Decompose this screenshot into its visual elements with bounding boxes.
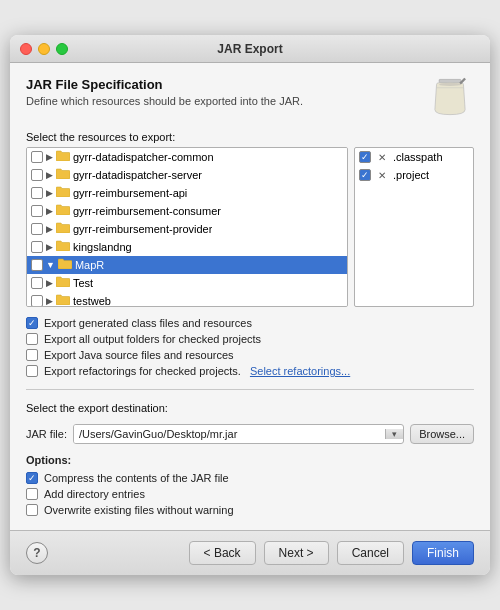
window-title: JAR Export [217, 42, 282, 56]
export-source-files-label: Export Java source files and resources [44, 349, 234, 361]
svg-point-1 [439, 83, 461, 86]
dropdown-arrow-button[interactable]: ▾ [385, 429, 403, 439]
list-item[interactable]: ▶ kingslandng [27, 238, 347, 256]
item-checkbox[interactable] [31, 169, 43, 181]
overwrite-checkbox[interactable] [26, 504, 38, 516]
item-checkbox[interactable] [31, 187, 43, 199]
maximize-button[interactable] [56, 43, 68, 55]
option-row: Overwrite existing files without warning [26, 504, 474, 516]
traffic-lights [20, 43, 68, 55]
item-checkbox[interactable] [31, 151, 43, 163]
compress-checkbox[interactable] [26, 472, 38, 484]
bottom-options: Options: Compress the contents of the JA… [26, 454, 474, 516]
item-checkbox[interactable] [31, 241, 43, 253]
list-item[interactable]: ▶ Test [27, 274, 347, 292]
item-label: gyrr-datadispatcher-server [73, 169, 202, 181]
cancel-button[interactable]: Cancel [337, 541, 404, 565]
folder-icon [56, 204, 70, 218]
folder-icon [56, 240, 70, 254]
jar-file-input[interactable] [74, 425, 385, 443]
item-checkbox[interactable] [31, 277, 43, 289]
main-content: JAR File Specification Define which reso… [10, 63, 490, 530]
list-item[interactable]: ▶ gyrr-datadispatcher-server [27, 166, 347, 184]
separator [26, 389, 474, 390]
file-label: .project [393, 169, 429, 181]
file-checkbox[interactable] [359, 169, 371, 181]
files-panel[interactable]: ✕ .classpath ✕ .project [354, 147, 474, 307]
export-refactorings-label: Export refactorings for checked projects… [44, 365, 244, 377]
resources-panel: ▶ gyrr-datadispatcher-common ▶ gyrr-data… [26, 147, 474, 307]
browse-button[interactable]: Browse... [410, 424, 474, 444]
file-checkbox[interactable] [359, 151, 371, 163]
folder-icon [56, 294, 70, 307]
x-icon: ✕ [375, 168, 389, 182]
list-item[interactable]: ▼ MapR [27, 256, 347, 274]
compress-label: Compress the contents of the JAR file [44, 472, 229, 484]
export-output-folders-label: Export all output folders for checked pr… [44, 333, 261, 345]
minimize-button[interactable] [38, 43, 50, 55]
next-button[interactable]: Next > [264, 541, 329, 565]
item-label: testweb [73, 295, 111, 307]
nav-buttons: < Back Next > Cancel Finish [189, 541, 474, 565]
jar-export-dialog: JAR Export JAR File Specification Define… [10, 35, 490, 575]
jar-file-label: JAR file: [26, 428, 67, 440]
item-checkbox[interactable] [31, 205, 43, 217]
item-checkbox[interactable] [31, 223, 43, 235]
destination-section: Select the export destination: JAR file:… [26, 402, 474, 444]
list-item[interactable]: ✕ .classpath [355, 148, 473, 166]
folder-icon [58, 258, 72, 272]
item-label: Test [73, 277, 93, 289]
destination-label: Select the export destination: [26, 402, 474, 414]
list-item[interactable]: ▶ testweb [27, 292, 347, 307]
item-label: MapR [75, 259, 104, 271]
x-icon: ✕ [375, 150, 389, 164]
option-row: Compress the contents of the JAR file [26, 472, 474, 484]
item-checkbox[interactable] [31, 259, 43, 271]
export-output-folders-checkbox[interactable] [26, 333, 38, 345]
list-item[interactable]: ▶ gyrr-reimbursement-provider [27, 220, 347, 238]
export-class-files-checkbox[interactable] [26, 317, 38, 329]
export-refactorings-checkbox[interactable] [26, 365, 38, 377]
list-item[interactable]: ▶ gyrr-reimbursement-consumer [27, 202, 347, 220]
jar-file-row: JAR file: ▾ Browse... [26, 424, 474, 444]
add-dir-checkbox[interactable] [26, 488, 38, 500]
titlebar: JAR Export [10, 35, 490, 63]
item-label: gyrr-datadispatcher-common [73, 151, 214, 163]
option-row: Export refactorings for checked projects… [26, 365, 474, 377]
option-row: Export Java source files and resources [26, 349, 474, 361]
item-checkbox[interactable] [31, 295, 43, 307]
svg-rect-0 [439, 79, 461, 82]
options-title: Options: [26, 454, 474, 466]
folder-icon [56, 186, 70, 200]
item-label: kingslandng [73, 241, 132, 253]
list-item[interactable]: ▶ gyrr-reimbursement-api [27, 184, 347, 202]
list-item[interactable]: ✕ .project [355, 166, 473, 184]
jar-file-input-wrap: ▾ [73, 424, 404, 444]
header-section: JAR File Specification Define which reso… [26, 77, 474, 121]
item-label: gyrr-reimbursement-api [73, 187, 187, 199]
option-row: Add directory entries [26, 488, 474, 500]
list-item[interactable]: ▶ gyrr-datadispatcher-common [27, 148, 347, 166]
page-subtitle: Define which resources should be exporte… [26, 95, 426, 107]
close-button[interactable] [20, 43, 32, 55]
back-button[interactable]: < Back [189, 541, 256, 565]
select-refactorings-link[interactable]: Select refactorings... [250, 365, 350, 377]
item-label: gyrr-reimbursement-provider [73, 223, 212, 235]
help-button[interactable]: ? [26, 542, 48, 564]
resources-section: Select the resources to export: ▶ gyrr-d… [26, 131, 474, 307]
option-row: Export all output folders for checked pr… [26, 333, 474, 345]
export-source-files-checkbox[interactable] [26, 349, 38, 361]
folder-icon [56, 222, 70, 236]
export-class-files-label: Export generated class files and resourc… [44, 317, 252, 329]
option-row: Export generated class files and resourc… [26, 317, 474, 329]
folder-icon [56, 150, 70, 164]
finish-button[interactable]: Finish [412, 541, 474, 565]
item-label: gyrr-reimbursement-consumer [73, 205, 221, 217]
folder-icon [56, 168, 70, 182]
overwrite-label: Overwrite existing files without warning [44, 504, 234, 516]
add-dir-label: Add directory entries [44, 488, 145, 500]
button-bar: ? < Back Next > Cancel Finish [10, 530, 490, 575]
project-tree[interactable]: ▶ gyrr-datadispatcher-common ▶ gyrr-data… [26, 147, 348, 307]
file-label: .classpath [393, 151, 443, 163]
folder-icon [56, 276, 70, 290]
